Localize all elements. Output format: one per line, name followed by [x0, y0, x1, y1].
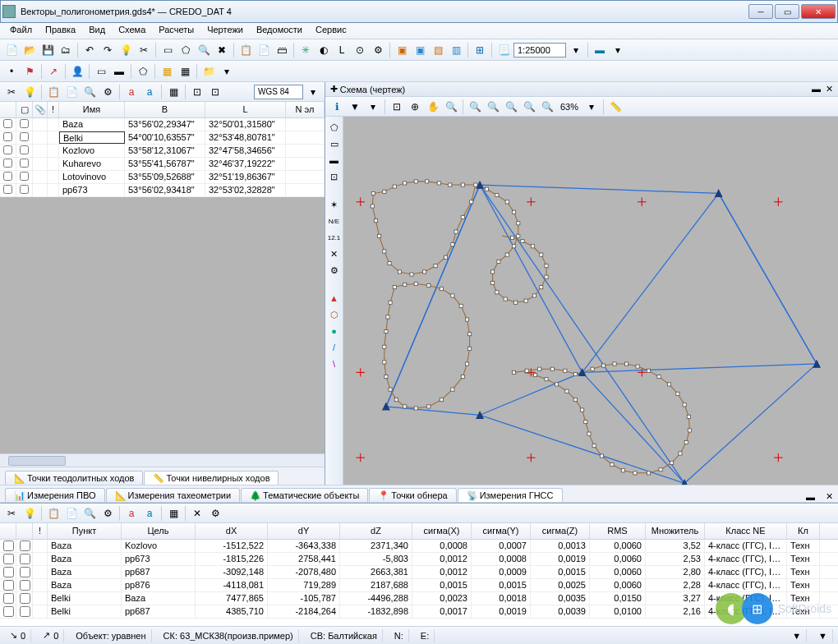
bt-gear-icon[interactable]: ⚙ [207, 505, 223, 522]
tab-pvo[interactable]: 📊Измерения ПВО [5, 488, 105, 502]
copy-icon[interactable]: 📋 [237, 42, 254, 58]
scheme-pin-icon[interactable]: ✚ [330, 84, 338, 94]
strip-pentagon-icon[interactable]: ⬠ [327, 120, 342, 135]
tab-gnss[interactable]: 📡Измерения ГНСС [458, 488, 563, 502]
table-row[interactable]: Bazapp673-1815,2262758,441-5,8030,00120,… [0, 553, 838, 566]
table-row[interactable]: Bazapp876-4118,081719,2892187,6880,00150… [0, 579, 838, 592]
table-row[interactable]: Baza53°56'02,29347"32°50'01,31580" [0, 118, 325, 131]
bcol-13[interactable]: Класс NE [705, 523, 787, 539]
bcol-8[interactable]: сигма(X) [412, 523, 472, 539]
saveall-icon[interactable]: 🗂 [58, 42, 74, 58]
tool3-icon[interactable]: L [334, 42, 350, 58]
zoom-dropdown-icon[interactable]: ▾ [583, 99, 600, 115]
bcol-10[interactable]: сигма(Z) [531, 523, 590, 539]
zb-icon[interactable]: 🔍 [485, 99, 501, 115]
select-poly-icon[interactable]: ⬠ [177, 42, 194, 58]
close-button[interactable]: ✕ [801, 4, 836, 19]
strip-line2-icon[interactable]: \ [327, 356, 342, 371]
dropdown-icon[interactable]: ▾ [568, 42, 584, 58]
zc-icon[interactable]: 🔍 [503, 99, 519, 115]
layout-icon[interactable]: ⊞ [472, 42, 488, 58]
bcol-9[interactable]: сигма(Y) [472, 523, 531, 539]
strip-cross-icon[interactable]: ✕ [327, 246, 342, 261]
strip-dim-icon[interactable]: 12.1 [327, 230, 342, 245]
status-filter1-icon[interactable]: ▼ [787, 629, 807, 642]
za-icon[interactable]: 🔍 [467, 99, 483, 115]
strip-point-icon[interactable]: ✶ [327, 197, 342, 212]
menu-drawings[interactable]: Чертежи [200, 23, 250, 39]
left-scroll[interactable] [0, 453, 325, 467]
col-chk1[interactable] [0, 102, 16, 117]
lp-copy-icon[interactable]: 📋 [45, 84, 62, 100]
bcol-2[interactable]: ! [33, 523, 48, 539]
lp-a2-icon[interactable]: a [141, 84, 158, 100]
scheme-min-icon[interactable]: ▬ [812, 84, 821, 94]
bulb-icon[interactable]: 💡 [117, 42, 134, 58]
col-bang[interactable]: ! [48, 102, 59, 117]
strip-line-icon[interactable]: / [327, 340, 342, 355]
strip-frame-icon[interactable]: ⊡ [327, 169, 342, 184]
tab-thematic[interactable]: 🌲Тематические объекты [241, 488, 368, 502]
tool5-icon[interactable]: ⚙ [370, 42, 386, 58]
bcol-1[interactable] [16, 523, 33, 539]
strip-dot-icon[interactable]: ● [327, 324, 342, 338]
bt-cross-icon[interactable]: ✕ [189, 505, 205, 522]
table-row[interactable]: BelkiBaza7477,865-105,787-4496,2880,0023… [0, 592, 838, 605]
redo-icon[interactable]: ↷ [99, 42, 116, 58]
bt-find-icon[interactable]: 🔍 [81, 505, 98, 522]
bt-scissors-icon[interactable]: ✂ [3, 505, 20, 522]
tab-leveling[interactable]: 📏Точки нивелирных ходов [144, 471, 279, 485]
coord-system-select[interactable] [254, 85, 303, 99]
bt-a2-icon[interactable]: a [141, 505, 158, 522]
table-row[interactable]: pp67353°56'02,93418"32°53'02,32828" [0, 184, 325, 197]
ruler-icon[interactable]: 📏 [607, 99, 624, 115]
menu-view[interactable]: Вид [82, 23, 112, 39]
strip-gear-icon[interactable]: ⚙ [327, 263, 342, 278]
menu-schema[interactable]: Схема [112, 23, 152, 39]
strip-rect-icon[interactable]: ▭ [327, 136, 342, 151]
lp-a1-icon[interactable]: a [123, 84, 140, 100]
strip-tri-icon[interactable]: ▲ [327, 291, 342, 306]
cs-dropdown-icon[interactable]: ▾ [305, 84, 321, 100]
bt-grid-icon[interactable]: ▦ [165, 505, 182, 522]
person-icon[interactable]: 👤 [69, 63, 85, 80]
obj2-icon[interactable]: ▦ [177, 63, 193, 80]
bcol-6[interactable]: dY [268, 523, 340, 539]
obj1-icon[interactable]: ▦ [159, 63, 175, 80]
pan-icon[interactable]: ✋ [425, 99, 441, 115]
table-row[interactable]: Belki54°00'10,63557"32°53'48,80781" [0, 131, 325, 145]
scale-input[interactable] [513, 43, 566, 58]
col-l[interactable]: L [205, 102, 286, 117]
col-chk2[interactable]: ▢ [16, 102, 33, 117]
new-icon[interactable]: 📄 [3, 42, 20, 58]
tool1-icon[interactable]: ✳ [297, 42, 314, 58]
menu-reports[interactable]: Ведомости [250, 23, 309, 39]
col-nel[interactable]: N эл [286, 102, 325, 117]
strip-rect2-icon[interactable]: ▬ [327, 153, 342, 168]
lp-e1-icon[interactable]: ⊡ [189, 84, 205, 100]
frame3-icon[interactable]: ▤ [430, 42, 446, 58]
col-b[interactable]: B [125, 102, 205, 117]
bcol-5[interactable]: dX [196, 523, 268, 539]
zoom-icon[interactable]: 🔍 [196, 42, 212, 58]
bcol-0[interactable] [0, 523, 16, 539]
minimize-button[interactable]: ─ [748, 4, 773, 19]
delete-icon[interactable]: ✖ [214, 42, 230, 58]
bt-tool-icon[interactable]: ⚙ [99, 505, 116, 522]
table-row[interactable]: Belkipp6874385,710-2184,264-1832,8980,00… [0, 605, 838, 619]
bt-a1-icon[interactable]: a [123, 505, 140, 522]
table-row[interactable]: Kuharevo53°55'41,56787"32°46'37,19222" [0, 158, 325, 171]
paste-icon[interactable]: 📄 [256, 42, 272, 58]
zout-icon[interactable]: 🔍 [539, 99, 555, 115]
mid-close-icon[interactable]: ✕ [821, 491, 838, 502]
menu-calc[interactable]: Расчеты [152, 23, 200, 39]
folder-icon[interactable]: 📁 [200, 63, 217, 80]
bcol-3[interactable]: Пункт [48, 523, 122, 539]
filter-icon[interactable]: ▼ [347, 99, 363, 115]
undo-icon[interactable]: ↶ [81, 42, 98, 58]
stack-icon[interactable]: 🗃 [274, 42, 290, 58]
left-grid-body[interactable]: Baza53°56'02,29347"32°50'01,31580"Belki5… [0, 118, 325, 453]
bcol-11[interactable]: RMS [590, 523, 646, 539]
rect2-tool-icon[interactable]: ▬ [111, 63, 127, 80]
select-rect-icon[interactable]: ▭ [159, 42, 176, 58]
